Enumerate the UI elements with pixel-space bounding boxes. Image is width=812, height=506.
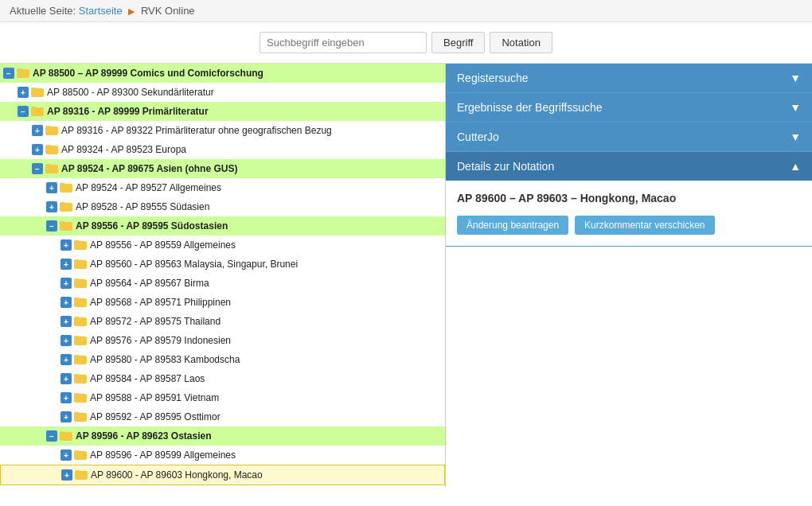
tree-item[interactable]: +AP 89568 - AP 89571 Philippinen (0, 293, 445, 312)
tree-item[interactable]: −AP 89524 - AP 89675 Asien (ohne GUS) (0, 159, 445, 178)
expand-btn[interactable]: + (61, 239, 72, 251)
folder-icon (74, 355, 87, 364)
expand-btn[interactable]: + (46, 182, 57, 193)
tree-item[interactable]: +AP 89588 - AP 89591 Vietnam (0, 388, 445, 407)
expand-btn[interactable]: + (46, 201, 57, 212)
folder-icon (60, 431, 72, 441)
tree-item[interactable]: +AP 89564 - AP 89567 Birma (0, 274, 445, 293)
tree-item-label: AP 89600 - AP 89603 Hongkong, Macao (91, 468, 263, 482)
main-layout: −AP 88500 – AP 89999 Comics und Comicfor… (0, 64, 812, 487)
chevron-icon-cutterjo: ▼ (790, 130, 801, 143)
tree-item[interactable]: +AP 89584 - AP 89587 Laos (0, 369, 445, 388)
expand-btn[interactable]: + (61, 450, 72, 461)
folder-icon (17, 68, 29, 78)
expand-btn[interactable]: + (61, 392, 72, 403)
accordion-header-cutterjo[interactable]: CutterJo▼ (446, 123, 812, 151)
notation-title: AP 89600 – AP 89603 – Hongkong, Macao (457, 192, 801, 204)
folder-icon (31, 88, 44, 97)
accordion-label-notation: Details zur Notation (457, 160, 554, 173)
tree-item[interactable]: −AP 88500 – AP 89999 Comics und Comicfor… (0, 64, 445, 83)
expand-btn[interactable]: + (61, 335, 72, 346)
tree-item-label: AP 88500 – AP 89999 Comics und Comicfors… (33, 66, 264, 80)
folder-icon (60, 221, 72, 231)
begriff-button[interactable]: Begriff (431, 32, 485, 53)
tree-item[interactable]: +AP 89600 - AP 89603 Hongkong, Macao (0, 465, 445, 485)
tree-item[interactable]: −AP 89556 - AP 89595 Südostasien (0, 216, 445, 235)
chevron-icon-notation: ▲ (790, 160, 801, 173)
expand-btn[interactable]: + (61, 297, 72, 308)
collapse-btn[interactable]: − (18, 106, 29, 117)
tree-item-label: AP 89556 - AP 89559 Allgemeines (90, 238, 236, 252)
collapse-btn[interactable]: − (32, 163, 43, 174)
breadcrumb-sep: ▶ (128, 6, 135, 16)
folder-icon (74, 336, 87, 345)
collapse-btn[interactable]: − (46, 220, 57, 232)
notation-button[interactable]: Notation (490, 32, 552, 53)
tree-item-label: AP 89564 - AP 89567 Birma (90, 276, 209, 290)
search-input[interactable] (260, 32, 427, 53)
expand-btn[interactable]: + (61, 259, 72, 270)
accordion-label-begriffssuche: Ergebnisse der Begriffssuche (457, 101, 603, 114)
tree-item[interactable]: −AP 89316 - AP 89999 Primärliteratur (0, 102, 445, 121)
folder-icon (45, 126, 58, 135)
accordion-content-notation: AP 89600 – AP 89603 – Hongkong, MacaoÄnd… (446, 181, 812, 246)
chevron-icon-begriffssuche: ▼ (790, 101, 801, 114)
expand-btn[interactable]: + (18, 87, 29, 98)
tree-item[interactable]: +AP 89576 - AP 89579 Indonesien (0, 331, 445, 350)
expand-btn[interactable]: + (61, 278, 72, 289)
folder-icon (45, 164, 58, 173)
collapse-btn[interactable]: − (3, 68, 14, 79)
tree-item-label: AP 89592 - AP 89595 Osttimor (90, 410, 221, 424)
tree-item[interactable]: +AP 89556 - AP 89559 Allgemeines (0, 235, 445, 255)
folder-icon (74, 240, 87, 250)
tree-item[interactable]: +AP 88500 - AP 89300 Sekundärliteratur (0, 83, 445, 102)
folder-icon (75, 470, 88, 480)
tree-item[interactable]: +AP 89316 - AP 89322 Primärliteratur ohn… (0, 121, 445, 140)
accordion-header-registersuche[interactable]: Registersuche▼ (446, 64, 812, 92)
folder-icon (74, 450, 87, 460)
tree-item-label: AP 89568 - AP 89571 Philippinen (90, 295, 231, 309)
expand-btn[interactable]: + (61, 354, 72, 365)
collapse-btn[interactable]: − (46, 430, 57, 442)
tree-item[interactable]: +AP 89604 - AP 89607 China (0, 485, 445, 487)
chevron-icon-registersuche: ▼ (790, 72, 801, 84)
folder-icon (74, 393, 87, 403)
tree-item[interactable]: +AP 89524 - AP 89527 Allgemeines (0, 178, 445, 197)
expand-btn[interactable]: + (61, 316, 72, 327)
tree-item[interactable]: +AP 89560 - AP 89563 Malaysia, Singapur,… (0, 255, 445, 274)
expand-btn[interactable]: + (32, 125, 43, 136)
expand-btn[interactable]: + (61, 411, 72, 422)
tree-item-label: AP 88500 - AP 89300 Sekundärliteratur (47, 85, 214, 99)
tree-item-label: AP 89324 - AP 89523 Europa (61, 142, 186, 157)
expand-btn[interactable]: + (32, 144, 43, 155)
accordion-item-notation: Details zur Notation▲AP 89600 – AP 89603… (446, 152, 812, 247)
change-request-button[interactable]: Änderung beantragen (457, 216, 568, 235)
tree-item[interactable]: +AP 89596 - AP 89599 Allgemeines (0, 446, 445, 465)
folder-icon (74, 374, 87, 383)
tree-item-label: AP 89596 - AP 89623 Ostasien (76, 429, 212, 443)
tree-item-label: AP 89584 - AP 89587 Laos (90, 372, 205, 386)
tree-item[interactable]: +AP 89324 - AP 89523 Europa (0, 140, 445, 159)
tree-item[interactable]: −AP 89596 - AP 89623 Ostasien (0, 426, 445, 446)
tree-item[interactable]: +AP 89580 - AP 89583 Kambodscha (0, 350, 445, 369)
folder-icon (74, 412, 87, 422)
tree-item-label: AP 89580 - AP 89583 Kambodscha (90, 352, 240, 367)
folder-icon (60, 183, 72, 193)
expand-btn[interactable]: + (61, 469, 72, 481)
breadcrumb-current: RVK Online (141, 5, 195, 17)
accordion-header-notation[interactable]: Details zur Notation▲ (446, 152, 812, 181)
accordion-item-cutterjo: CutterJo▼ (446, 123, 812, 152)
send-comment-button[interactable]: Kurzkommentar verschicken (575, 216, 714, 235)
accordion-item-registersuche: Registersuche▼ (446, 64, 812, 93)
tree-panel[interactable]: −AP 88500 – AP 89999 Comics und Comicfor… (0, 64, 446, 487)
accordion-header-begriffssuche[interactable]: Ergebnisse der Begriffssuche▼ (446, 93, 812, 122)
tree-item[interactable]: +AP 89572 - AP 89575 Thailand (0, 312, 445, 331)
notation-buttons: Änderung beantragenKurzkommentar verschi… (457, 216, 801, 235)
tree-item[interactable]: +AP 89528 - AP 89555 Südasien (0, 197, 445, 216)
tree-item-label: AP 89560 - AP 89563 Malaysia, Singapur, … (90, 257, 298, 271)
expand-btn[interactable]: + (61, 373, 72, 384)
breadcrumb-home[interactable]: Startseite (79, 5, 123, 17)
tree-item[interactable]: +AP 89592 - AP 89595 Osttimor (0, 407, 445, 426)
folder-icon (74, 317, 87, 326)
tree-item-label: AP 89524 - AP 89527 Allgemeines (76, 181, 221, 195)
